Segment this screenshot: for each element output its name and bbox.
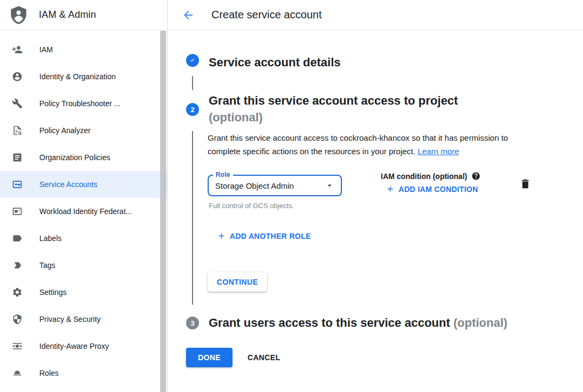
sidebar-item-tags[interactable]: Tags (0, 252, 167, 279)
plus-icon (217, 231, 226, 240)
wrench-icon (12, 98, 23, 109)
form-actions: DONE CANCEL (186, 348, 583, 367)
role-selected-value: Storage Object Admin (215, 181, 294, 190)
policy-analyzer-icon (12, 125, 23, 136)
sidebar-item-workload-identity-federation[interactable]: Workload Identity Federat... (0, 198, 167, 225)
sidebar-header: IAM & Admin (0, 0, 167, 30)
sidebar-item-identity-aware-proxy[interactable]: Identity-Aware Proxy (0, 333, 167, 360)
sidebar-scrollbar[interactable] (160, 31, 166, 392)
sidebar-item-label: Roles (39, 369, 59, 377)
sidebar-item-label: Policy Troubleshooter ... (39, 99, 120, 108)
step-3-optional-label: (optional) (454, 316, 507, 329)
iam-shield-icon (10, 6, 27, 24)
sidebar-item-label: Identity-Aware Proxy (39, 342, 109, 350)
sidebar-item-label: Service Accounts (39, 180, 97, 189)
done-button[interactable]: DONE (186, 348, 232, 367)
sidebar-item-label: Tags (39, 261, 56, 270)
card-icon (12, 206, 23, 217)
sidebar-item-label: Policy Analyzer (39, 126, 91, 135)
stepper-connector (192, 76, 193, 90)
step-1-complete-check-icon (186, 54, 199, 67)
cancel-button[interactable]: CANCEL (248, 353, 280, 362)
sidebar-item-settings[interactable]: Settings (0, 279, 167, 306)
continue-button[interactable]: CONTINUE (208, 272, 267, 292)
page-header: Create service account (168, 0, 583, 30)
add-another-role-button[interactable]: ADD ANOTHER ROLE (217, 231, 583, 240)
tag-icon (12, 260, 23, 271)
step-2-number-badge: 2 (186, 103, 199, 116)
page-title: Create service account (211, 9, 322, 21)
sidebar-item-roles[interactable]: Roles (0, 360, 167, 387)
plus-icon (386, 184, 395, 194)
step-3-grant-users-access: 3 Grant users access to this service acc… (186, 317, 583, 329)
iam-condition-label: IAM condition (optional) (381, 172, 467, 181)
delete-role-trash-icon[interactable] (519, 178, 531, 190)
sidebar-item-label: IAM (39, 45, 53, 54)
sidebar-item-policy-troubleshooter[interactable]: Policy Troubleshooter ... (0, 90, 167, 117)
step-3-title: Grant users access to this service accou… (209, 317, 507, 329)
service-account-icon (12, 179, 23, 190)
learn-more-link[interactable]: Learn more (417, 147, 459, 156)
gear-icon (12, 287, 23, 298)
iam-condition-block: IAM condition (optional) ADD IAM CONDITI… (381, 171, 481, 194)
hard-hat-icon (12, 368, 23, 379)
shield-icon (12, 314, 23, 325)
sidebar-item-policy-analyzer[interactable]: Policy Analyzer (0, 117, 167, 144)
step-2-title: Grant this service account access to pro… (209, 92, 458, 126)
step-2-body: Grant this service account access to coc… (192, 131, 583, 305)
sidebar-item-label: Labels (39, 234, 61, 243)
sidebar-nav: IAM Identity & Organization Policy Troub… (0, 30, 167, 387)
sidebar-item-labels[interactable]: Labels (0, 225, 167, 252)
role-helper-text: Full control of GCS objects. (209, 202, 583, 210)
sidebar-item-label: Organization Policies (39, 153, 111, 162)
label-icon (12, 233, 23, 244)
back-arrow-icon[interactable] (182, 9, 195, 22)
create-service-account-form: Service account details 2 Grant this ser… (168, 30, 583, 367)
sidebar-item-label: Privacy & Security (39, 315, 101, 324)
sidebar-item-label: Settings (39, 288, 67, 297)
sidebar: IAM & Admin IAM Identity & Organization … (0, 0, 168, 392)
article-icon (12, 152, 23, 163)
sidebar-item-service-accounts[interactable]: Service Accounts (0, 171, 167, 198)
sidebar-item-iam[interactable]: IAM (0, 36, 167, 63)
sidebar-item-label: Workload Identity Federat... (39, 207, 132, 216)
iap-icon (12, 341, 23, 352)
person-add-icon (12, 44, 23, 55)
dropdown-arrow-icon (325, 181, 334, 190)
step-1-title: Service account details (209, 54, 341, 71)
role-field-label: Role (213, 171, 233, 178)
sidebar-item-identity-organization[interactable]: Identity & Organization (0, 63, 167, 90)
role-select[interactable]: Role Storage Object Admin (208, 175, 342, 196)
step-2-description: Grant this service account access to coc… (208, 131, 531, 158)
step-2-grant-access: 2 Grant this service account access to p… (186, 92, 583, 126)
step-2-optional-label: (optional) (209, 109, 458, 126)
step-3-number-badge: 3 (186, 317, 199, 329)
help-icon[interactable] (471, 171, 481, 181)
main-panel: Create service account Service account d… (168, 0, 583, 392)
role-row: Role Storage Object Admin IAM condition … (208, 175, 531, 196)
product-title: IAM & Admin (39, 9, 96, 20)
sidebar-item-organization-policies[interactable]: Organization Policies (0, 144, 167, 171)
iam-admin-console: IAM & Admin IAM Identity & Organization … (0, 0, 583, 392)
add-iam-condition-button[interactable]: ADD IAM CONDITION (386, 184, 481, 194)
step-1-service-account-details: Service account details (186, 54, 583, 71)
sidebar-item-label: Identity & Organization (39, 72, 116, 81)
account-circle-icon (12, 71, 23, 82)
sidebar-item-privacy-security[interactable]: Privacy & Security (0, 306, 167, 333)
